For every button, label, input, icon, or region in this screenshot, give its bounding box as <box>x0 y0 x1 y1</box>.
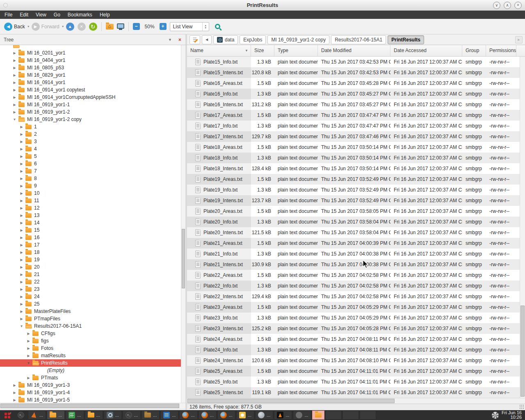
table-row-plate24-intens-txt[interactable]: Plate24_Intens.txt120.6 kBplain text doc… <box>187 355 525 366</box>
tree-item-mi-16-0919-yor1-2[interactable]: ▶MI 16_0919_yor1-2 <box>0 108 185 116</box>
tree-item-19[interactable]: ▶19 <box>0 256 185 263</box>
tree-item-mi-16-0829-yor1[interactable]: ▶MI 16_0829_yor1 <box>0 71 185 79</box>
tree-vertical-scrollbar[interactable] <box>181 45 185 403</box>
refresh-button[interactable]: ↻ <box>87 22 99 32</box>
menu-file[interactable]: File <box>1 11 16 19</box>
resize-grip-icon[interactable] <box>519 404 524 409</box>
edit-path-button[interactable] <box>189 35 200 44</box>
computer-button[interactable] <box>115 24 126 30</box>
tree-item-ptmapfiles[interactable]: ▶PTmapFiles <box>0 315 185 322</box>
taskbar-item-impress-13[interactable]: ... <box>236 411 254 420</box>
table-row-plate21-info-txt[interactable]: Plate21_Info.txt1.3 kBplain text documen… <box>187 249 525 259</box>
table-row-plate18-intens-txt[interactable]: Plate18_Intens.txt128.4 kBplain text doc… <box>187 163 525 174</box>
expand-arrow-icon[interactable]: ▶ <box>19 177 24 180</box>
expand-arrow-icon[interactable]: ▶ <box>12 110 17 114</box>
expand-arrow-icon[interactable]: ▶ <box>19 140 24 144</box>
menu-bookmarks[interactable]: Bookmarks <box>64 11 96 19</box>
table-row-plate22-info-txt[interactable]: Plate22_Info.txt1.3 kBplain text documen… <box>187 281 525 291</box>
expand-arrow-icon[interactable]: ▶ <box>19 236 24 240</box>
taskbar-item-gray-app-16[interactable]: ... <box>293 411 311 420</box>
expand-arrow-icon[interactable]: ▶ <box>19 265 24 269</box>
sidebar-dropdown-icon[interactable]: ▼ <box>168 38 172 42</box>
path-segment-expjobs[interactable]: ExpJobs <box>240 35 266 44</box>
tree-item-masterplatefiles[interactable]: ▶MasterPlateFiles <box>0 308 185 315</box>
expand-arrow-icon[interactable]: ▶ <box>12 66 17 70</box>
expand-arrow-icon[interactable]: ▶ <box>12 81 17 84</box>
path-scroll-right-button[interactable]: ▶ <box>515 36 523 43</box>
expand-arrow-icon[interactable]: ▶ <box>19 125 24 129</box>
back-dropdown-icon[interactable]: ▼ <box>27 25 30 28</box>
scrollbar-thumb[interactable] <box>0 404 179 408</box>
tree-item-empty[interactable]: (Empty) <box>0 367 185 374</box>
expand-arrow-icon[interactable]: ▶ <box>19 243 24 247</box>
column-header-group[interactable]: Group <box>462 45 486 56</box>
close-button[interactable]: × <box>514 2 522 9</box>
table-row-plate23-areas-txt[interactable]: Plate23_Areas.txt1.5 kBplain text docume… <box>187 302 525 313</box>
menu-help[interactable]: Help <box>96 11 114 19</box>
tree-item-24[interactable]: ▶24 <box>0 293 185 300</box>
taskbar-item-firefox-12[interactable]: ... <box>217 411 235 420</box>
expand-arrow-icon[interactable]: ▶ <box>12 103 17 107</box>
table-row-plate15-info-txt[interactable]: Plate15_Info.txt1.3 kBplain text documen… <box>187 57 525 67</box>
path-scroll-left-button[interactable]: ◀ <box>202 35 212 44</box>
menu-go[interactable]: Go <box>50 11 64 19</box>
path-segment-results2017-06-15a1[interactable]: Results2017-06-15A1 <box>331 35 386 44</box>
menu-view[interactable]: View <box>32 11 50 19</box>
tree-item-1[interactable]: ▶1 <box>0 123 185 130</box>
expand-arrow-icon[interactable]: ▶ <box>26 354 31 358</box>
expand-arrow-icon[interactable]: ▶ <box>12 391 17 395</box>
table-row-plate17-intens-txt[interactable]: Plate17_Intens.txt129.7 kBplain text doc… <box>187 131 525 142</box>
spinner-arrows-icon[interactable]: ▲▼ <box>202 23 209 31</box>
tree-item-mi-16-0919-yor1-1[interactable]: ▶MI 16_0919_yor1-1 <box>0 101 185 108</box>
tree-item-mi-16-0914-yor1corrupuptedapplessh[interactable]: ▶MI 16_0914_yor1CorrupuptedAppleSSH <box>0 94 185 101</box>
taskbar-item-calc-4[interactable]: ... <box>66 411 84 420</box>
expand-arrow-icon[interactable]: ▶ <box>26 347 31 350</box>
table-row-plate23-info-txt[interactable]: Plate23_Info.txt1.3 kBplain text documen… <box>187 313 525 323</box>
taskbar-item-matlab-2[interactable]: ... <box>28 411 46 420</box>
column-header-name[interactable]: Name▼ <box>187 45 251 56</box>
expand-arrow-icon[interactable]: ▶ <box>19 251 24 254</box>
table-row-plate21-intens-txt[interactable]: Plate21_Intens.txt130.9 kBplain text doc… <box>187 259 525 270</box>
table-row-plate20-intens-txt[interactable]: Plate20_Intens.txt121.5 kBplain text doc… <box>187 227 525 238</box>
up-button[interactable]: ▲ <box>64 22 76 32</box>
sidebar-close-icon[interactable]: × <box>178 37 181 43</box>
tree-item-6[interactable]: ▶6 <box>0 160 185 167</box>
scrollbar-thumb[interactable] <box>187 399 395 403</box>
zoom-in-button[interactable]: + <box>158 22 168 31</box>
expand-arrow-icon[interactable]: ▶ <box>26 376 31 380</box>
tree-item-mi-16-0919-yor1-4[interactable]: ▶MI 16_0919_yor1-4 <box>0 389 185 396</box>
table-row-plate20-areas-txt[interactable]: Plate20_Areas.txt1.5 kBplain text docume… <box>187 206 525 217</box>
expand-arrow-icon[interactable]: ▶ <box>19 147 24 151</box>
collapse-arrow-icon[interactable]: ▼ <box>19 324 24 328</box>
table-row-plate22-intens-txt[interactable]: Plate22_Intens.txt129.4 kBplain text doc… <box>187 291 525 302</box>
expand-arrow-icon[interactable]: ▶ <box>19 184 24 188</box>
path-segment-data[interactable]: data <box>213 35 238 44</box>
expand-arrow-icon[interactable]: ▶ <box>19 280 24 284</box>
scrollbar-thumb[interactable] <box>182 229 185 288</box>
stop-button[interactable]: × <box>76 22 87 32</box>
expand-arrow-icon[interactable]: ▶ <box>26 339 31 343</box>
collapse-arrow-icon[interactable]: ▼ <box>12 118 17 121</box>
tree-item-fotos[interactable]: ▶Fotos <box>0 345 185 352</box>
tree-item-25[interactable]: ▶25 <box>0 300 185 308</box>
tree-item-12[interactable]: ▶12 <box>0 204 185 212</box>
search-button[interactable] <box>209 23 222 30</box>
path-segment-mi-16-0919-yor1-2-copy[interactable]: MI 16_0919_yor1-2 copy <box>267 35 329 44</box>
clock[interactable]: Fri Jun 16 10:26 <box>502 411 522 420</box>
tree-item-mi-16-0919-yor1-2-copy[interactable]: ▼MI 16_0919_yor1-2 copy <box>0 116 185 123</box>
tree-item-mi-16-0919-yor1-3[interactable]: ▶MI 16_0919_yor1-3 <box>0 381 185 389</box>
table-row-plate23-intens-txt[interactable]: Plate23_Intens.txt125.2 kBplain text doc… <box>187 323 525 334</box>
taskbar-empty-slot[interactable] <box>360 411 376 420</box>
tree-item-mi-16-0914-yor1[interactable]: ▶MI 16_0914_yor1 <box>0 79 185 86</box>
expand-arrow-icon[interactable]: ▶ <box>19 317 24 321</box>
taskbar-item-folder-17[interactable] <box>312 411 324 420</box>
taskbar-item-folder-5[interactable]: ... <box>85 411 103 420</box>
expand-arrow-icon[interactable]: ▶ <box>19 273 24 276</box>
tree-item-printresults[interactable]: ▼PrintResults <box>0 359 185 367</box>
taskbar-empty-slot[interactable] <box>342 411 359 420</box>
tree-item-13[interactable]: ▶13 <box>0 212 185 219</box>
taskbar-item-terminal-1[interactable] <box>15 411 27 420</box>
tree-item-10[interactable]: ▶10 <box>0 189 185 197</box>
table-row-plate25-intens-txt[interactable]: Plate25_Intens.txt119.1 kBplain text doc… <box>187 387 525 398</box>
tree-item-14[interactable]: ▶14 <box>0 219 185 226</box>
